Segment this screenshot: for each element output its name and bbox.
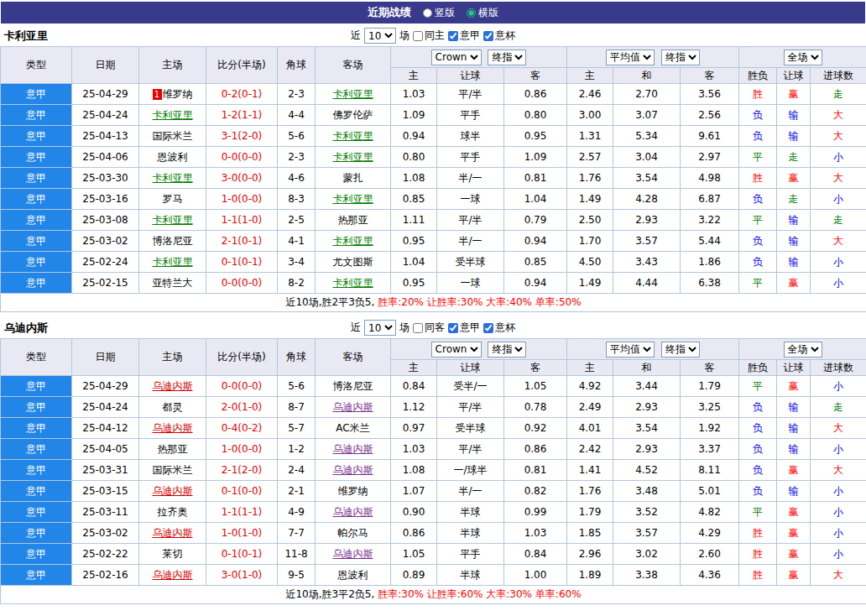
serie-a-filter[interactable]: 意甲 xyxy=(448,321,480,335)
home-team-link[interactable]: 乌迪内斯 xyxy=(153,485,193,497)
home-team-link[interactable]: 乌迪内斯 xyxy=(153,527,193,539)
score-cell[interactable]: 0-0(0-0) xyxy=(206,147,278,168)
bookmaker-stage-select[interactable]: 终指 xyxy=(488,342,526,358)
same-venue-filter[interactable]: 同客 xyxy=(413,321,445,335)
score-cell[interactable]: 0-0(0-0) xyxy=(206,273,278,294)
bookmaker-select[interactable]: Crown xyxy=(431,50,482,65)
away-team-link[interactable]: 卡利亚里 xyxy=(333,193,373,205)
recent-count-select[interactable]: 10 xyxy=(364,28,396,44)
score-cell[interactable]: 1-1(1-1) xyxy=(206,502,278,523)
score-cell[interactable]: 1-0(0-0) xyxy=(206,189,278,210)
away-team-link[interactable]: 卡利亚里 xyxy=(333,151,373,163)
score-cell[interactable]: 2-1(2-0) xyxy=(206,460,278,481)
away-team-link[interactable]: 佛罗伦萨 xyxy=(333,109,373,121)
home-team-link[interactable]: 国际米兰 xyxy=(153,464,193,476)
home-team-link[interactable]: 国际米兰 xyxy=(153,130,193,142)
bookmaker-stage-select[interactable]: 终指 xyxy=(488,50,526,65)
home-team-link[interactable]: 乌迪内斯 xyxy=(153,422,193,434)
league-cell: 意甲 xyxy=(1,273,72,294)
halftime-score: (1-0) xyxy=(237,569,262,581)
subheader-eu-draw: 和 xyxy=(613,360,681,376)
cup-checkbox[interactable] xyxy=(483,323,493,333)
away-team-link[interactable]: 尤文图斯 xyxy=(333,256,373,268)
fulltime-score: 2-1 xyxy=(222,464,238,476)
away-team-link[interactable]: 帕尔马 xyxy=(338,527,368,539)
home-team-link[interactable]: 卡利亚里 xyxy=(153,256,193,268)
score-cell[interactable]: 1-2(1-1) xyxy=(206,105,278,126)
home-team-link[interactable]: 拉齐奥 xyxy=(158,506,188,518)
cup-filter[interactable]: 意杯 xyxy=(483,321,515,335)
home-team-link[interactable]: 博洛尼亚 xyxy=(153,235,193,247)
score-cell[interactable]: 3-0(1-0) xyxy=(206,565,278,586)
average-select[interactable]: 平均值 xyxy=(606,342,655,358)
same-venue-filter[interactable]: 同主 xyxy=(413,29,445,43)
away-team-link[interactable]: 卡利亚里 xyxy=(333,277,373,289)
home-team-link[interactable]: 恩波利 xyxy=(158,151,188,163)
score-cell[interactable]: 2-1(0-1) xyxy=(206,231,278,252)
average-select[interactable]: 平均值 xyxy=(606,50,655,65)
score-cell[interactable]: 0-1(0-1) xyxy=(206,544,278,565)
home-team-link[interactable]: 卡利亚里 xyxy=(153,214,193,226)
away-team-link[interactable]: 卡利亚里 xyxy=(333,235,373,247)
score-cell[interactable]: 1-1(1-0) xyxy=(206,210,278,231)
serie-a-filter[interactable]: 意甲 xyxy=(448,29,480,43)
summary-rates: 胜率:30% 让胜率:60% 大率:30% 单率:60% xyxy=(378,588,581,600)
handicap-line: 一球 xyxy=(437,189,504,210)
same-venue-checkbox[interactable] xyxy=(413,323,423,333)
bookmaker-select[interactable]: Crown xyxy=(431,342,482,358)
home-team-cell: 1维罗纳 xyxy=(139,84,206,105)
home-team-link[interactable]: 卡利亚里 xyxy=(153,109,193,121)
away-team-link[interactable]: 乌迪内斯 xyxy=(333,506,373,518)
score-cell[interactable]: 0-4(0-2) xyxy=(206,418,278,439)
away-team-link[interactable]: 乌迪内斯 xyxy=(333,401,373,413)
away-team-link[interactable]: 热那亚 xyxy=(338,214,368,226)
away-team-link[interactable]: 博洛尼亚 xyxy=(333,380,373,392)
score-cell[interactable]: 1-0(0-0) xyxy=(206,439,278,460)
vertical-view-radio[interactable] xyxy=(423,8,432,18)
score-cell[interactable]: 0-1(0-0) xyxy=(206,481,278,502)
score-cell[interactable]: 0-0(0-0) xyxy=(206,376,278,397)
home-team-link[interactable]: 莱切 xyxy=(163,548,183,560)
view-option-horizontal[interactable]: 横版 xyxy=(467,6,498,20)
same-venue-checkbox[interactable] xyxy=(413,31,423,41)
league-cell: 意甲 xyxy=(1,105,72,126)
away-team-link[interactable]: 维罗纳 xyxy=(338,485,368,497)
score-cell[interactable]: 3-0(0-0) xyxy=(206,168,278,189)
away-team-link[interactable]: 卡利亚里 xyxy=(333,130,373,142)
score-cell[interactable]: 3-1(2-0) xyxy=(206,126,278,147)
home-team-link[interactable]: 亚特兰大 xyxy=(153,277,193,289)
away-team-link[interactable]: 乌迪内斯 xyxy=(333,548,373,560)
home-team-link[interactable]: 卡利亚里 xyxy=(153,172,193,184)
recent-count-select[interactable]: 10 xyxy=(364,320,396,336)
date-cell: 25-04-24 xyxy=(72,105,139,126)
average-stage-select[interactable]: 终指 xyxy=(661,342,700,358)
cup-checkbox[interactable] xyxy=(483,31,493,41)
score-cell[interactable]: 0-1(0-1) xyxy=(206,252,278,273)
summary-rates: 胜率:20% 让胜率:30% 大率:40% 单率:50% xyxy=(378,296,581,308)
away-team-link[interactable]: 蒙扎 xyxy=(343,172,363,184)
average-stage-select[interactable]: 终指 xyxy=(661,50,700,65)
score-cell[interactable]: 1-0(1-0) xyxy=(206,523,278,544)
result-wdl: 负 xyxy=(739,252,777,273)
away-team-link[interactable]: 乌迪内斯 xyxy=(333,464,373,476)
cup-filter[interactable]: 意杯 xyxy=(483,29,515,43)
serie-a-checkbox[interactable] xyxy=(448,31,458,41)
home-team-link[interactable]: 乌迪内斯 xyxy=(153,569,193,581)
serie-a-checkbox[interactable] xyxy=(448,323,458,333)
score-cell[interactable]: 0-2(0-1) xyxy=(206,84,278,105)
home-team-link[interactable]: 乌迪内斯 xyxy=(153,380,193,392)
score-cell[interactable]: 2-0(1-0) xyxy=(206,397,278,418)
home-team-link[interactable]: 热那亚 xyxy=(158,443,188,455)
subheader-handicap-result: 让球 xyxy=(777,360,811,376)
home-team-link[interactable]: 罗马 xyxy=(163,193,183,205)
away-team-link[interactable]: 恩波利 xyxy=(338,569,368,581)
away-team-link[interactable]: 乌迪内斯 xyxy=(333,443,373,455)
scope-select[interactable]: 全场 xyxy=(784,50,822,65)
away-team-link[interactable]: 卡利亚里 xyxy=(333,88,373,100)
away-team-link[interactable]: AC米兰 xyxy=(336,422,369,434)
horizontal-view-radio[interactable] xyxy=(467,8,476,18)
home-team-link[interactable]: 维罗纳 xyxy=(163,88,193,100)
view-option-vertical[interactable]: 竖版 xyxy=(423,6,455,20)
scope-select[interactable]: 全场 xyxy=(784,342,822,358)
home-team-link[interactable]: 都灵 xyxy=(163,401,183,413)
